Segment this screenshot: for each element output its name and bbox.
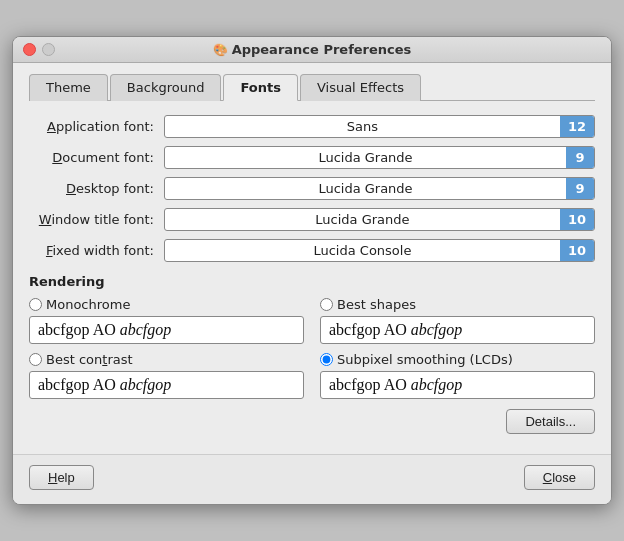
application-font-label: Application font:: [29, 119, 164, 134]
subpixel-label[interactable]: Subpixel smoothing (LCDs): [337, 352, 513, 367]
tab-fonts[interactable]: Fonts: [223, 74, 298, 101]
help-button[interactable]: Help: [29, 465, 94, 490]
monochrome-radio-row: Monochrome: [29, 297, 304, 312]
best-contrast-radio-row: Best contrast: [29, 352, 304, 367]
fixed-width-font-row: Fixed width font: Lucida Console 10: [29, 239, 595, 262]
monochrome-option: Monochrome abcfgop AO abcfgop: [29, 297, 304, 344]
best-contrast-radio[interactable]: [29, 353, 42, 366]
tab-theme[interactable]: Theme: [29, 74, 108, 101]
titlebar: 🎨 Appearance Preferences: [13, 37, 611, 63]
close-dialog-button[interactable]: Close: [524, 465, 595, 490]
fixed-width-font-label: Fixed width font:: [29, 243, 164, 258]
bottom-bar: Help Close: [13, 454, 611, 504]
document-font-name: Lucida Grande: [165, 147, 566, 168]
application-font-row: Application font: Sans 12: [29, 115, 595, 138]
document-font-label: Document font:: [29, 150, 164, 165]
details-row: Details...: [29, 409, 595, 434]
window-controls: [23, 43, 55, 56]
monochrome-label[interactable]: Monochrome: [46, 297, 130, 312]
monochrome-preview: abcfgop AO abcfgop: [29, 316, 304, 344]
subpixel-preview: abcfgop AO abcfgop: [320, 371, 595, 399]
best-contrast-label: Best contrast: [46, 352, 133, 367]
window-title: 🎨 Appearance Preferences: [213, 42, 412, 57]
tab-background[interactable]: Background: [110, 74, 222, 101]
window-title-font-label: Window title font:: [29, 212, 164, 227]
document-font-size[interactable]: 9: [566, 147, 594, 168]
window-title-font-size[interactable]: 10: [560, 209, 594, 230]
subpixel-option: Subpixel smoothing (LCDs) abcfgop AO abc…: [320, 352, 595, 399]
best-shapes-option: Best shapes abcfgop AO abcfgop: [320, 297, 595, 344]
title-icon: 🎨: [213, 43, 228, 57]
monochrome-radio[interactable]: [29, 298, 42, 311]
fixed-width-font-name: Lucida Console: [165, 240, 560, 261]
desktop-font-size[interactable]: 9: [566, 178, 594, 199]
subpixel-radio[interactable]: [320, 353, 333, 366]
best-shapes-radio-row: Best shapes: [320, 297, 595, 312]
desktop-font-picker[interactable]: Lucida Grande 9: [164, 177, 595, 200]
desktop-font-name: Lucida Grande: [165, 178, 566, 199]
close-button[interactable]: [23, 43, 36, 56]
desktop-font-row: Desktop font: Lucida Grande 9: [29, 177, 595, 200]
appearance-preferences-window: 🎨 Appearance Preferences Theme Backgroun…: [12, 36, 612, 505]
window-title-font-name: Lucida Grande: [165, 209, 560, 230]
application-font-size[interactable]: 12: [560, 116, 594, 137]
fixed-width-font-picker[interactable]: Lucida Console 10: [164, 239, 595, 262]
rendering-grid: Monochrome abcfgop AO abcfgop Best shape…: [29, 297, 595, 399]
best-shapes-radio[interactable]: [320, 298, 333, 311]
rendering-section-title: Rendering: [29, 274, 595, 289]
details-button[interactable]: Details...: [506, 409, 595, 434]
tab-visual-effects[interactable]: Visual Effects: [300, 74, 421, 101]
fixed-width-font-size[interactable]: 10: [560, 240, 594, 261]
best-contrast-option: Best contrast abcfgop AO abcfgop: [29, 352, 304, 399]
content-area: Theme Background Fonts Visual Effects Ap…: [13, 63, 611, 450]
tab-bar: Theme Background Fonts Visual Effects: [29, 73, 595, 101]
best-shapes-label[interactable]: Best shapes: [337, 297, 416, 312]
minimize-button[interactable]: [42, 43, 55, 56]
document-font-picker[interactable]: Lucida Grande 9: [164, 146, 595, 169]
best-contrast-preview: abcfgop AO abcfgop: [29, 371, 304, 399]
application-font-name: Sans: [165, 116, 560, 137]
desktop-font-label: Desktop font:: [29, 181, 164, 196]
application-font-picker[interactable]: Sans 12: [164, 115, 595, 138]
best-shapes-preview: abcfgop AO abcfgop: [320, 316, 595, 344]
window-title-font-picker[interactable]: Lucida Grande 10: [164, 208, 595, 231]
subpixel-radio-row: Subpixel smoothing (LCDs): [320, 352, 595, 367]
window-title-font-row: Window title font: Lucida Grande 10: [29, 208, 595, 231]
document-font-row: Document font: Lucida Grande 9: [29, 146, 595, 169]
